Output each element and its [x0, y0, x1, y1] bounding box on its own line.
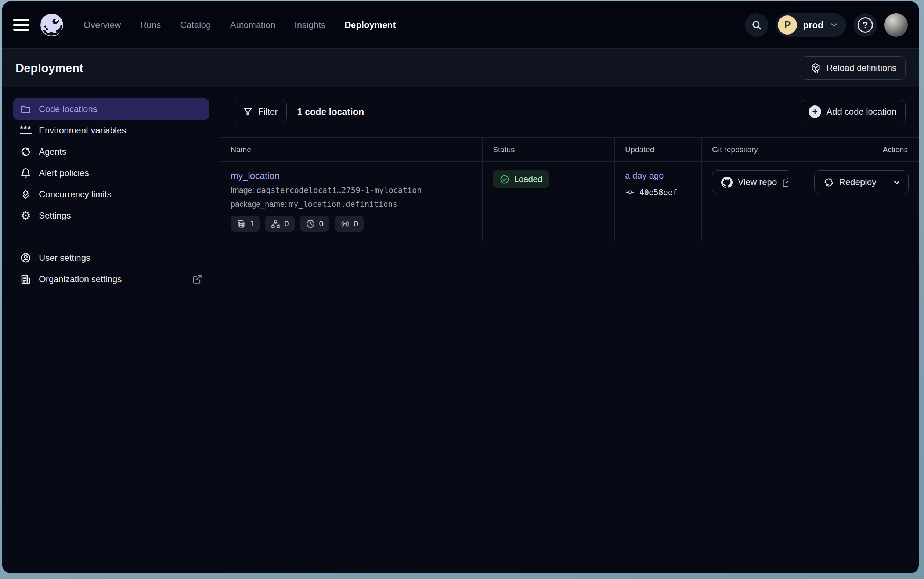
schedules-count-badge[interactable]: 0 [300, 216, 329, 232]
nav-item-insights[interactable]: Insights [294, 20, 325, 30]
hamburger-menu-icon[interactable] [13, 19, 29, 31]
user-circle-icon [20, 252, 32, 264]
column-header-actions: Actions [788, 138, 919, 161]
nav-item-catalog[interactable]: Catalog [180, 20, 211, 30]
image-label: image: [231, 186, 255, 195]
bell-icon [20, 167, 32, 179]
app-body: Code locations *** Environment variables… [2, 87, 919, 573]
layers-icon [20, 188, 32, 200]
commit-line: 40e58eef [625, 187, 691, 197]
sidebar-item-label: User settings [39, 253, 90, 263]
code-location-count: 1 code location [297, 106, 364, 117]
folder-icon [20, 103, 32, 115]
agents-cycle-icon [20, 146, 32, 158]
page-header: Deployment Reload definitions [2, 49, 919, 87]
sidebar-item-alert-policies[interactable]: Alert policies [13, 162, 209, 184]
name-cell: my_location image: dagstercodelocati…275… [220, 162, 483, 240]
package-value: my_location.definitions [289, 200, 397, 209]
sidebar-item-environment-variables[interactable]: *** Environment variables [13, 120, 209, 141]
sidebar-item-label: Code locations [39, 104, 97, 114]
sidebar-item-organization-settings[interactable]: Organization settings [13, 268, 209, 290]
sensors-count-badge[interactable]: 0 [335, 216, 364, 232]
sensors-count: 0 [354, 219, 358, 229]
environment-switcher[interactable]: P prod [775, 13, 846, 37]
nav-item-deployment[interactable]: Deployment [344, 20, 395, 30]
column-header-status: Status [483, 138, 615, 161]
check-circle-icon [500, 174, 510, 185]
external-link-icon [192, 274, 202, 285]
jobs-count: 0 [284, 219, 289, 229]
assets-count: 1 [250, 219, 254, 229]
package-label: package_name: [231, 200, 287, 209]
status-badge: Loaded [493, 170, 549, 188]
status-label: Loaded [514, 175, 542, 185]
table-header-row: Name Status Updated Git repository Actio… [220, 138, 919, 162]
search-button[interactable] [745, 13, 768, 37]
sensors-icon [340, 219, 350, 229]
reload-cube-icon [810, 62, 821, 74]
jobs-icon [271, 219, 281, 229]
assets-icon [236, 219, 246, 229]
code-locations-content: Filter 1 code location + Add code locati… [220, 87, 919, 573]
chevron-down-icon [892, 177, 902, 187]
sidebar-item-agents[interactable]: Agents [13, 141, 209, 162]
status-cell: Loaded [483, 162, 615, 240]
add-code-location-button[interactable]: + Add code location [800, 100, 906, 123]
nav-item-runs[interactable]: Runs [140, 20, 161, 30]
sidebar-item-concurrency-limits[interactable]: Concurrency limits [13, 184, 209, 205]
sidebar-item-user-settings[interactable]: User settings [13, 247, 209, 268]
jobs-count-badge[interactable]: 0 [265, 216, 294, 232]
reload-definitions-button[interactable]: Reload definitions [801, 56, 906, 80]
sidebar-item-label: Agents [39, 147, 67, 157]
code-location-link[interactable]: my_location [231, 170, 279, 181]
redeploy-more-button[interactable] [885, 171, 908, 194]
redeploy-refresh-icon [823, 177, 834, 188]
assets-count-badge[interactable]: 1 [231, 216, 260, 232]
nav-item-automation[interactable]: Automation [230, 20, 276, 30]
chevron-down-icon [829, 20, 839, 30]
view-repo-button[interactable]: View repo [712, 170, 788, 194]
sidebar-item-label: Settings [39, 211, 71, 221]
env-vars-icon: *** [20, 124, 32, 136]
sidebar-item-label: Organization settings [39, 274, 122, 285]
image-value: dagstercodelocati…2759-1-mylocation [257, 186, 422, 195]
search-icon [751, 20, 762, 31]
page-title: Deployment [15, 61, 83, 75]
filter-button[interactable]: Filter [233, 100, 287, 123]
top-nav: Overview Runs Catalog Automation Insight… [2, 2, 919, 49]
redeploy-button[interactable]: Redeploy [815, 171, 885, 194]
redeploy-split-button: Redeploy [814, 170, 909, 194]
environment-name: prod [803, 20, 823, 31]
nav-item-overview[interactable]: Overview [84, 20, 121, 30]
redeploy-label: Redeploy [839, 177, 876, 187]
filter-label: Filter [258, 106, 278, 117]
updated-cell: a day ago 40e58eef [615, 162, 702, 240]
updated-time-link[interactable]: a day ago [625, 170, 664, 181]
building-icon [20, 273, 32, 285]
git-repository-cell: View repo [702, 162, 788, 240]
add-code-location-label: Add code location [826, 106, 896, 117]
top-nav-right: P prod ? [745, 13, 908, 37]
sidebar-item-code-locations[interactable]: Code locations [13, 98, 209, 120]
column-header-updated: Updated [615, 138, 702, 161]
commit-hash: 40e58eef [639, 188, 677, 197]
column-header-git-repository: Git repository [702, 138, 788, 161]
primary-nav: Overview Runs Catalog Automation Insight… [84, 20, 396, 30]
reload-definitions-label: Reload definitions [826, 63, 896, 73]
toolbar: Filter 1 code location + Add code locati… [220, 87, 919, 137]
sidebar-item-label: Concurrency limits [39, 189, 111, 200]
app-window: Overview Runs Catalog Automation Insight… [2, 2, 919, 573]
commit-icon [625, 187, 635, 197]
dagster-logo-icon[interactable] [40, 13, 64, 37]
table-row: my_location image: dagstercodelocati…275… [220, 162, 919, 241]
filter-funnel-icon [243, 106, 253, 117]
plus-circle-icon: + [809, 105, 821, 118]
help-button[interactable]: ? [854, 13, 877, 37]
definition-count-badges: 1 [231, 216, 472, 232]
sidebar-item-settings[interactable]: ⚙ Settings [13, 205, 209, 226]
view-repo-label: View repo [738, 177, 777, 187]
deployment-sidebar: Code locations *** Environment variables… [2, 87, 220, 573]
code-locations-table: Name Status Updated Git repository Actio… [220, 137, 919, 241]
user-avatar[interactable] [884, 13, 908, 37]
question-mark-icon: ? [857, 17, 873, 33]
